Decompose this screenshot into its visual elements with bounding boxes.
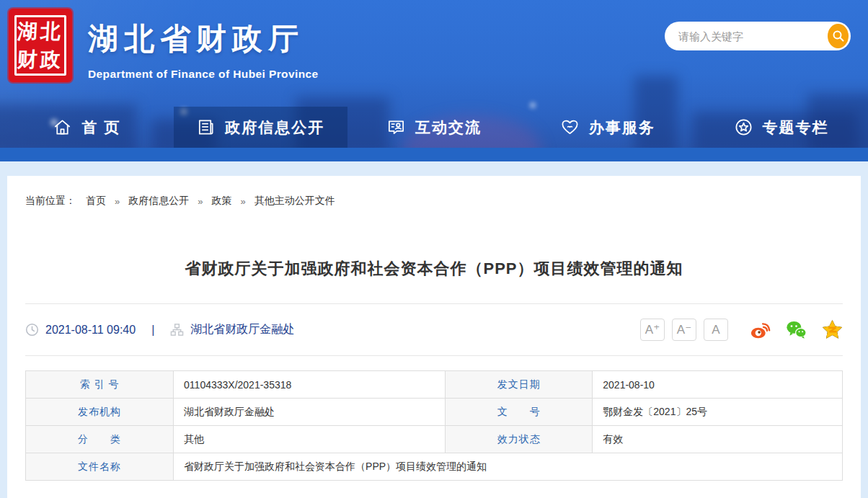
breadcrumb: 当前位置： 首页 » 政府信息公开 » 政策 » 其他主动公开文件 [25, 176, 843, 208]
hubei-finance-seal-logo: 湖北 财政 [9, 9, 72, 82]
chat-people-icon [386, 117, 406, 137]
font-reset-button[interactable]: A [704, 319, 728, 341]
table-row: 分 类 其他 效力状态 有效 [26, 426, 843, 453]
site-subtitle: Department of Finance of Hubei Province [88, 68, 319, 81]
search-icon [832, 30, 845, 43]
nav-item-label: 互动交流 [415, 117, 482, 138]
doc-validity-label: 效力状态 [446, 426, 593, 453]
doc-category-label: 分 类 [26, 426, 174, 453]
doc-agency-label: 发布机构 [26, 399, 174, 426]
nav-item-label: 办事服务 [589, 117, 655, 138]
table-row: 发布机构 湖北省财政厅金融处 文 号 鄂财金发〔2021〕25号 [26, 399, 843, 426]
doc-agency-value: 湖北省财政厅金融处 [174, 399, 446, 426]
doc-number-label: 文 号 [446, 399, 593, 426]
nav-item-label: 专题专栏 [763, 117, 829, 138]
seal-text-row1: 湖北 [17, 21, 64, 42]
doc-index-label: 索 引 号 [26, 371, 174, 399]
search-button[interactable] [828, 24, 849, 48]
doc-number-value: 鄂财金发〔2021〕25号 [593, 399, 843, 426]
site-header: 湖北 财政 湖北省财政厅 Department of Finance of Hu… [0, 0, 868, 161]
nav-item-label: 政府信息公开 [225, 117, 324, 138]
qzone-icon[interactable] [822, 319, 843, 340]
publish-datetime: 2021-08-11 09:40 [45, 324, 136, 337]
doc-name-label: 文件名称 [26, 453, 174, 481]
wechat-icon[interactable] [786, 319, 807, 340]
home-icon [53, 117, 72, 137]
doc-index-value: 01104333X/2021-35318 [174, 371, 446, 399]
meta-separator: | [151, 324, 154, 337]
search-input[interactable] [665, 30, 828, 43]
breadcrumb-link-policy[interactable]: 政策 [211, 195, 231, 208]
breadcrumb-separator: » [115, 196, 120, 207]
doc-name-value: 省财政厅关于加强政府和社会资本合作（PPP）项目绩效管理的通知 [174, 453, 843, 481]
breadcrumb-separator: » [240, 196, 245, 207]
publish-source: 湖北省财政厅金融处 [190, 322, 294, 337]
doc-date-value: 2021-08-10 [593, 371, 843, 399]
article-title: 省财政厅关于加强政府和社会资本合作（PPP）项目绩效管理的通知 [25, 258, 843, 280]
newspaper-icon [196, 117, 216, 137]
font-decrease-button[interactable]: A⁻ [672, 319, 696, 341]
seal-text-row2: 财政 [17, 49, 64, 70]
nav-item-label: 首 页 [81, 117, 120, 138]
doc-validity-value: 有效 [593, 426, 843, 453]
site-title: 湖北省财政厅 [88, 19, 319, 59]
article-meta-row: 2021-08-11 09:40 | 湖北省财政厅金融处 A⁺ A⁻ A [25, 303, 843, 356]
breadcrumb-link-home[interactable]: 首页 [86, 195, 106, 208]
font-increase-button[interactable]: A⁺ [640, 319, 665, 341]
nav-bottom-strip [0, 148, 868, 161]
table-row: 文件名称 省财政厅关于加强政府和社会资本合作（PPP）项目绩效管理的通知 [26, 453, 843, 481]
document-info-table: 索 引 号 01104333X/2021-35318 发文日期 2021-08-… [25, 370, 843, 481]
search-box [665, 22, 851, 50]
heart-icon [560, 117, 580, 137]
star-circle-icon [734, 117, 753, 137]
breadcrumb-separator: » [198, 196, 203, 207]
breadcrumb-link-other-docs[interactable]: 其他主动公开文件 [254, 195, 335, 208]
doc-category-value: 其他 [174, 426, 446, 453]
breadcrumb-label: 当前位置： [25, 195, 76, 208]
weibo-icon[interactable] [750, 319, 771, 340]
breadcrumb-link-gov-info[interactable]: 政府信息公开 [128, 195, 189, 208]
content-card: 当前位置： 首页 » 政府信息公开 » 政策 » 其他主动公开文件 省财政厅关于… [7, 176, 861, 498]
org-icon [170, 323, 184, 337]
table-row: 索 引 号 01104333X/2021-35318 发文日期 2021-08-… [26, 371, 843, 399]
doc-date-label: 发文日期 [446, 371, 593, 399]
clock-icon [25, 323, 39, 337]
